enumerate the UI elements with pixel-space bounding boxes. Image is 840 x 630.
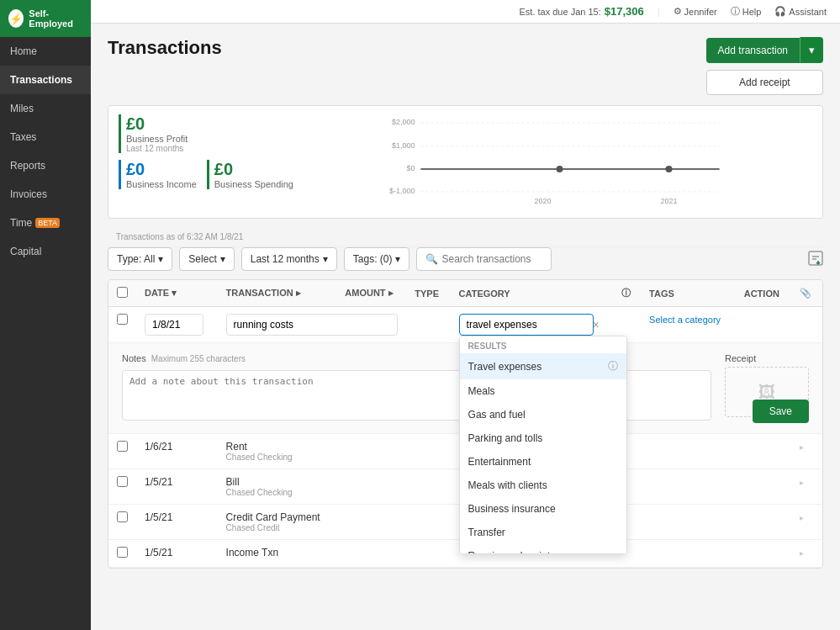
row-checkbox[interactable] [117,476,128,487]
dropdown-item-label: Business insurance [468,503,556,515]
add-transaction-button[interactable]: Add transaction [706,38,800,63]
row-arrow-cell: ▸ [791,540,822,568]
th-category: CATEGORY [451,280,613,307]
row-tags-cell: Select a category [641,307,736,343]
dropdown-item[interactable]: Meals [460,379,626,403]
select-filter[interactable]: Select ▾ [179,247,234,271]
row-checkbox[interactable] [117,547,128,558]
row-tags-cell [641,434,736,469]
expand-arrow[interactable]: ▸ [800,548,804,558]
category-dropdown: RESULTS Travel expenses ⓘ Meals Gas and … [459,336,627,554]
user-menu[interactable]: ⚙ Jennifer [674,6,717,17]
expand-arrow[interactable]: ▸ [800,478,804,487]
row-transaction-sub: Chased Checking [226,488,329,497]
user-name: Jennifer [684,7,717,17]
table-header: DATE ▾ TRANSACTION ▸ AMOUNT ▸ TYPE CATEG… [108,280,822,307]
add-transaction-group: Add transaction ▾ [706,37,823,63]
tags-filter-label: Tags: (0) [353,253,393,265]
expand-arrow[interactable]: ▸ [800,442,804,452]
sidebar-item-transactions[interactable]: Transactions [0,66,91,94]
tags-filter[interactable]: Tags: (0) ▾ [344,247,410,271]
date-filter[interactable]: Last 12 months ▾ [241,247,337,271]
row-transaction-name: Income Txn [226,547,329,559]
th-amount[interactable]: AMOUNT ▸ [336,280,406,307]
date-input[interactable] [145,314,203,336]
row-type-cell [406,540,450,568]
spending-stat: £0 Business Spending [207,160,293,189]
row-date-cell: 1/5/21 [136,540,218,568]
chevron-down-icon: ▾ [220,253,225,265]
th-date[interactable]: DATE ▾ [136,280,218,307]
dropdown-item-label: Entertainment [468,456,531,468]
sidebar-item-miles[interactable]: Miles [0,94,91,123]
filters-bar: Type: All ▾ Select ▾ Last 12 months ▾ Ta… [108,247,823,271]
row-attachment-cell [791,307,822,343]
add-transaction-dropdown-button[interactable]: ▾ [800,37,823,63]
assistant-button[interactable]: 🎧 Assistant [774,6,827,17]
row-transaction-sub: Chased Credit [226,523,329,532]
info-icon: ⓘ [608,359,618,373]
category-search-input[interactable] [459,314,594,336]
table-body: × RESULTS Travel expenses ⓘ Meals [108,307,822,568]
sidebar-item-label: Home [10,45,37,57]
row-arrow-cell: ▸ [791,434,822,469]
add-receipt-button[interactable]: Add receipt [706,70,823,95]
income-stat: £0 Business Income [119,160,197,189]
row-checkbox[interactable] [117,441,128,452]
transactions-table: DATE ▾ TRANSACTION ▸ AMOUNT ▸ TYPE CATEG… [108,280,822,568]
row-checkbox[interactable] [117,314,128,325]
sidebar-item-time[interactable]: Time BETA [0,209,91,237]
search-input[interactable] [441,253,542,265]
sidebar-item-label: Taxes [10,131,36,143]
select-all-checkbox[interactable] [117,287,128,298]
svg-text:$1,000: $1,000 [392,141,415,150]
row-action-cell [736,469,792,505]
sidebar-item-label: Capital [10,246,41,257]
date-filter-label: Last 12 months [251,253,320,265]
description-input[interactable] [226,314,399,336]
row-checkbox[interactable] [117,511,128,522]
sidebar-item-invoices[interactable]: Invoices [0,180,91,209]
table-note: Transactions as of 6:32 AM 1/8/21 [108,227,823,247]
income-label: Business Income [126,179,197,189]
save-button[interactable]: Save [753,400,809,423]
th-checkbox [108,280,136,307]
dropdown-item[interactable]: Business insurance [460,497,626,521]
dropdown-item-label: Meals [468,385,495,397]
dropdown-item[interactable]: Parking and tolls [460,426,626,450]
headset-icon: 🎧 [774,6,786,17]
expand-arrow[interactable]: ▸ [800,513,804,522]
row-action-cell [736,434,792,469]
sidebar-item-home[interactable]: Home [0,37,91,66]
dropdown-item[interactable]: Repairs and maintenance [460,544,626,554]
dropdown-item[interactable]: Entertainment [460,450,626,474]
row-transaction-name: Rent [226,441,329,453]
select-category-link[interactable]: Select a category [649,315,721,325]
clear-icon[interactable]: × [593,318,600,331]
type-filter[interactable]: Type: All ▾ [108,247,172,271]
transactions-table-wrapper: DATE ▾ TRANSACTION ▸ AMOUNT ▸ TYPE CATEG… [108,279,823,569]
dropdown-item[interactable]: Travel expenses ⓘ [460,353,626,379]
export-icon-wrapper[interactable] [808,251,823,268]
dropdown-item[interactable]: Transfer [460,521,626,544]
dropdown-item-label: Gas and fuel [468,409,526,421]
dropdown-item[interactable]: Gas and fuel [460,403,626,426]
dropdown-item[interactable]: Meals with clients [460,474,626,497]
sidebar-item-capital[interactable]: Capital [0,237,91,266]
sidebar-item-taxes[interactable]: Taxes [0,123,91,151]
sidebar-item-reports[interactable]: Reports [0,151,91,180]
assistant-label: Assistant [789,7,827,17]
svg-text:$0: $0 [406,164,415,172]
th-transaction[interactable]: TRANSACTION ▸ [218,280,337,307]
income-spending-stats: £0 Business Income £0 Business Spending [119,160,293,189]
header-buttons: Add transaction ▾ Add receipt [706,37,823,95]
profit-stat: £0 Business Profit Last 12 months [119,114,293,153]
sidebar-item-label: Miles [10,103,34,114]
row-checkbox-cell [108,540,136,568]
sidebar-item-label: Transactions [10,74,72,86]
sidebar-item-label: Reports [10,160,45,172]
notes-max-label: Maximum 255 characters [151,354,246,363]
help-button[interactable]: ⓘ Help [731,5,762,18]
content-area: Transactions Add transaction ▾ Add recei… [91,24,840,630]
topbar: Est. tax due Jan 15: $17,306 | ⚙ Jennife… [91,0,840,24]
